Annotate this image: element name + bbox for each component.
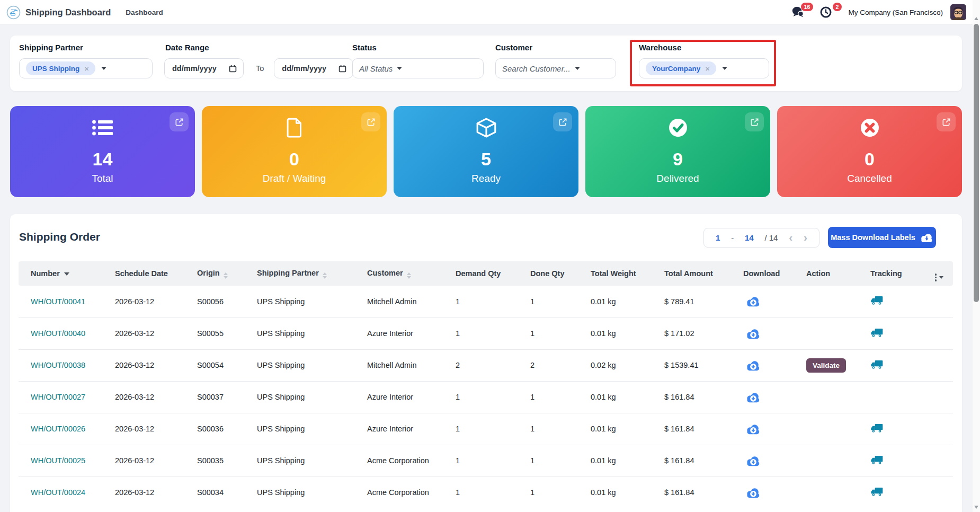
order-row[interactable]: WH/OUT/00027 2026-03-12 S00037 UPS Shipp… xyxy=(19,381,953,413)
list-icon xyxy=(92,119,114,136)
page-total: / 14 xyxy=(764,233,778,242)
order-action-cell xyxy=(806,413,870,445)
activities-badge: 2 xyxy=(833,3,842,11)
page-from[interactable]: 1 xyxy=(716,233,720,242)
cloud-download-icon[interactable] xyxy=(746,455,761,466)
stat-card-draft-waiting[interactable]: 0 Draft / Waiting xyxy=(202,106,387,197)
order-row[interactable]: WH/OUT/00026 2026-03-12 S00036 UPS Shipp… xyxy=(19,413,953,445)
order-download-cell xyxy=(743,476,806,508)
validate-button[interactable]: Validate xyxy=(806,358,846,373)
messages-button[interactable]: 16 xyxy=(791,5,805,19)
scrollbar-thumb[interactable] xyxy=(974,24,979,302)
order-action-cell xyxy=(806,317,870,349)
mass-download-labels-button[interactable]: Mass Download Labels xyxy=(828,227,936,248)
order-row[interactable]: WH/OUT/00025 2026-03-12 S00035 UPS Shipp… xyxy=(19,445,953,476)
remove-tag-icon[interactable]: × xyxy=(84,64,89,73)
order-schedule-date: 2026-03-12 xyxy=(115,317,197,349)
app-logo-icon[interactable]: oooo xyxy=(6,5,21,20)
order-customer: Acme Corporation xyxy=(367,445,456,476)
cloud-download-icon xyxy=(920,233,933,243)
cloud-download-icon[interactable] xyxy=(746,423,761,435)
col-total-weight[interactable]: Total Weight xyxy=(591,261,664,286)
truck-icon[interactable] xyxy=(870,423,884,434)
order-action-cell xyxy=(806,476,870,508)
status-select[interactable]: All Status xyxy=(352,58,484,78)
order-origin: S00034 xyxy=(197,476,257,508)
menu-dashboard[interactable]: Dashboard xyxy=(126,8,163,16)
x-circle-icon xyxy=(860,118,880,138)
col-number[interactable]: Number xyxy=(19,261,115,286)
order-row[interactable]: WH/OUT/00024 2026-03-12 S00034 UPS Shipp… xyxy=(19,476,953,508)
chevron-down-icon[interactable] xyxy=(722,67,727,70)
stat-card-ready[interactable]: 5 Ready xyxy=(394,106,578,197)
shipping-partner-select[interactable]: UPS Shipping × xyxy=(19,58,153,78)
customer-search-select[interactable]: Search Customer... xyxy=(495,58,616,78)
activities-button[interactable]: 2 xyxy=(819,5,833,19)
prev-page-button[interactable]: ‹ xyxy=(789,232,792,243)
order-tracking-cell xyxy=(870,317,930,349)
col-download[interactable]: Download xyxy=(743,261,806,286)
vertical-scrollbar[interactable] xyxy=(973,0,980,512)
col-action[interactable]: Action xyxy=(806,261,870,286)
open-external-button[interactable] xyxy=(361,112,380,131)
truck-icon[interactable] xyxy=(870,487,884,497)
date-to-input[interactable]: dd/mm/yyyy xyxy=(274,58,353,78)
truck-icon[interactable] xyxy=(870,328,884,338)
order-action-cell xyxy=(806,445,870,476)
external-link-icon xyxy=(750,117,760,127)
truck-icon[interactable] xyxy=(870,295,884,306)
cloud-download-icon[interactable] xyxy=(746,487,761,498)
col-options[interactable] xyxy=(930,261,953,286)
stat-card-delivered[interactable]: 9 Delivered xyxy=(585,106,770,197)
order-row[interactable]: WH/OUT/00038 2026-03-12 S00054 UPS Shipp… xyxy=(19,349,953,381)
open-external-button[interactable] xyxy=(170,112,189,131)
order-number-link[interactable]: WH/OUT/00024 xyxy=(19,476,115,508)
col-tracking[interactable]: Tracking xyxy=(870,261,930,286)
user-avatar[interactable] xyxy=(950,4,966,20)
warehouse-tag[interactable]: YourCompany × xyxy=(646,61,716,75)
cloud-download-icon[interactable] xyxy=(746,296,761,307)
company-switcher[interactable]: My Company (San Francisco) xyxy=(848,8,943,16)
order-number-link[interactable]: WH/OUT/00026 xyxy=(19,413,115,445)
truck-icon[interactable] xyxy=(870,455,884,465)
scroll-up-arrow-icon[interactable] xyxy=(974,17,978,20)
cloud-download-icon[interactable] xyxy=(746,392,761,403)
pagination: 1 - 14 / 14 ‹ › xyxy=(703,228,819,248)
order-number-link[interactable]: WH/OUT/00041 xyxy=(19,286,115,317)
open-external-button[interactable] xyxy=(745,112,764,131)
date-from-input[interactable]: dd/mm/yyyy xyxy=(164,58,244,78)
customer-label: Customer xyxy=(495,43,616,52)
col-demand-qty[interactable]: Demand Qty xyxy=(456,261,530,286)
order-row[interactable]: WH/OUT/00041 2026-03-12 S00056 UPS Shipp… xyxy=(19,286,953,317)
col-origin[interactable]: Origin xyxy=(197,261,257,286)
page-to[interactable]: 14 xyxy=(745,233,754,242)
order-row[interactable]: WH/OUT/00040 2026-03-12 S00055 UPS Shipp… xyxy=(19,317,953,349)
scroll-down-arrow-icon[interactable] xyxy=(974,506,978,509)
remove-tag-icon[interactable]: × xyxy=(705,64,710,73)
col-schedule-date[interactable]: Schedule Date xyxy=(115,261,197,286)
col-total-amount[interactable]: Total Amount xyxy=(664,261,743,286)
open-external-button[interactable] xyxy=(553,112,572,131)
stat-card-cancelled[interactable]: 0 Cancelled xyxy=(777,106,962,197)
warehouse-select[interactable]: YourCompany × xyxy=(639,58,769,78)
truck-icon[interactable] xyxy=(870,359,884,370)
stat-cards-row: 14 Total 0 Draft / Waiting 5 Ready xyxy=(10,106,962,197)
order-number-link[interactable]: WH/OUT/00038 xyxy=(19,349,115,381)
col-shipping-partner[interactable]: Shipping Partner xyxy=(257,261,367,286)
sort-icon xyxy=(323,272,327,279)
next-page-button[interactable]: › xyxy=(804,232,807,243)
cloud-download-icon[interactable] xyxy=(746,328,761,339)
order-number-link[interactable]: WH/OUT/00025 xyxy=(19,445,115,476)
order-number-link[interactable]: WH/OUT/00040 xyxy=(19,317,115,349)
col-customer[interactable]: Customer xyxy=(367,261,456,286)
order-done-qty: 1 xyxy=(530,317,591,349)
order-demand-qty: 2 xyxy=(456,349,530,381)
chevron-down-icon[interactable] xyxy=(101,67,106,70)
order-number-link[interactable]: WH/OUT/00027 xyxy=(19,381,115,413)
col-done-qty[interactable]: Done Qty xyxy=(530,261,591,286)
shipping-partner-tag[interactable]: UPS Shipping × xyxy=(26,61,95,75)
cloud-download-icon[interactable] xyxy=(746,360,761,371)
stat-card-total[interactable]: 14 Total xyxy=(10,106,195,197)
order-customer: Azure Interior xyxy=(367,381,456,413)
open-external-button[interactable] xyxy=(937,112,956,131)
